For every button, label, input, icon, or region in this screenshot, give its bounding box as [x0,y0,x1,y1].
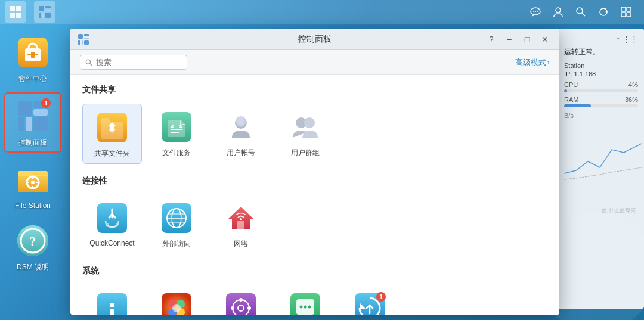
window-titlebar: 控制面板 ? − □ ✕ [70,29,559,50]
cpu-label: CPU [564,81,578,88]
grid-view-icon[interactable] [618,4,634,20]
svg-point-12 [535,11,536,12]
side-panel-ram: RAM 36% [564,96,638,107]
login-style-icon [159,291,194,315]
svg-rect-6 [45,10,51,11]
svg-point-90 [308,306,311,309]
control-panel-badge: 1 [41,98,51,108]
svg-rect-19 [621,7,626,11]
svg-rect-48 [84,38,89,39]
app-icon-login-style[interactable]: 登录样式 [147,285,206,315]
user-group-icon [288,110,323,144]
side-panel-label-ip: IP [564,70,570,77]
search-icon [85,58,92,67]
connectivity-grid: QuickConnect [82,195,547,254]
taskbar [0,0,644,24]
svg-rect-28 [18,101,32,116]
app-icon-label-shared-folder: 共享文件夹 [94,148,130,159]
user-account-icon [224,110,258,144]
app-icon-media-index[interactable]: 媒体索引 [211,285,271,315]
app-icon-external-access[interactable]: 外部访问 [147,195,206,254]
app-icon-update-restore[interactable]: 1 更新和还原 [340,285,400,315]
side-panel-status-text: 运转正常。 [564,48,600,56]
svg-point-79 [172,304,181,312]
watermark: 值 什么值得买 [602,207,636,215]
app-icon-info-center[interactable]: 信息中心 [82,285,142,315]
sidebar-item-package-center[interactable]: 套件中心 [4,30,61,88]
side-panel-pin[interactable]: ⋮⋮ [623,35,638,44]
sidebar-item-control-panel[interactable]: 1 控制面板 [4,92,61,153]
app-icon-notification[interactable]: 通知设置 [275,285,335,315]
window-close-button[interactable]: ✕ [538,32,552,46]
notification-icon [288,291,323,315]
svg-point-60 [304,117,315,128]
sidebar-item-label-dsm-help: DSM 说明 [17,262,49,272]
window-maximize-button[interactable]: □ [520,32,534,46]
app-icon-user-account[interactable]: 用户帐号 [211,104,271,164]
taskbar-grid-icon[interactable] [5,1,26,23]
svg-rect-5 [45,6,51,8]
svg-rect-7 [39,13,41,18]
package-center-icon [14,33,52,72]
svg-rect-51 [84,40,89,45]
external-access-icon [159,201,194,235]
app-icon-shared-folder[interactable]: 共享文件夹 [82,104,142,164]
svg-line-16 [582,13,585,16]
svg-rect-33 [33,117,48,131]
section-title-connectivity: 连接性 [82,176,547,187]
svg-point-83 [239,298,243,302]
window-content: 文件共享 [70,75,559,315]
sidebar-item-label-package-center: 套件中心 [18,74,47,84]
media-index-icon [224,291,258,315]
svg-line-53 [90,63,92,66]
info-center-icon [95,291,129,315]
taskbar-divider [30,4,30,20]
sidebar-item-dsm-help[interactable]: ? DSM 说明 [4,218,61,276]
app-icon-quickconnect[interactable]: QuickConnect [82,195,142,254]
sidebar-item-label-control-panel: 控制面板 [18,138,47,148]
sidebar-item-file-station[interactable]: File Station [4,157,61,213]
cpu-bar [564,89,567,92]
svg-rect-20 [627,7,631,11]
svg-rect-46 [78,34,83,39]
window-minimize-button[interactable]: − [502,32,516,46]
side-panel-minimize[interactable]: − [609,35,614,44]
svg-rect-21 [621,13,626,17]
svg-rect-49 [78,40,80,45]
search-box[interactable] [80,55,187,70]
user-icon[interactable] [550,4,566,20]
ram-bar [564,104,591,107]
svg-point-52 [86,60,90,64]
taskbar-control-panel-icon[interactable] [34,1,55,23]
svg-point-13 [537,11,538,12]
taskbar-apps [5,1,55,23]
cpu-pct: 4% [628,81,638,88]
app-icon-file-service[interactable]: 文件服务 [147,104,206,164]
svg-point-85 [231,306,234,310]
app-icon-network[interactable]: 网络 [211,195,271,254]
svg-rect-9 [45,13,51,18]
chat-icon[interactable] [527,4,544,20]
side-panel-maximize[interactable]: ↑ [617,35,621,44]
search-input[interactable] [96,58,182,67]
svg-point-14 [556,8,561,13]
app-icon-label-user-account: 用户帐号 [227,148,255,158]
svg-point-58 [237,117,244,125]
system-grid: 信息中心 [82,285,547,315]
app-icon-label-user-group: 用户群组 [291,148,320,158]
svg-rect-1 [16,6,21,11]
control-panel-window: 控制面板 ? − □ ✕ 高级模式 › [70,29,559,315]
svg-point-11 [533,11,534,12]
side-panel-status: 运转正常。 [564,47,638,57]
refresh-icon[interactable] [595,4,612,20]
app-icon-user-group[interactable]: 用户群组 [275,104,335,164]
svg-rect-0 [10,6,15,11]
side-panel-ip: IP: 1.1.168 [564,70,638,77]
svg-rect-30 [33,109,48,116]
side-panel-station-label: Station [564,62,638,69]
search-icon[interactable] [572,4,589,20]
advanced-mode-button[interactable]: 高级模式 › [515,57,550,68]
file-station-icon [14,161,52,199]
update-restore-badge: 1 [376,292,386,302]
window-help-button[interactable]: ? [484,32,499,46]
